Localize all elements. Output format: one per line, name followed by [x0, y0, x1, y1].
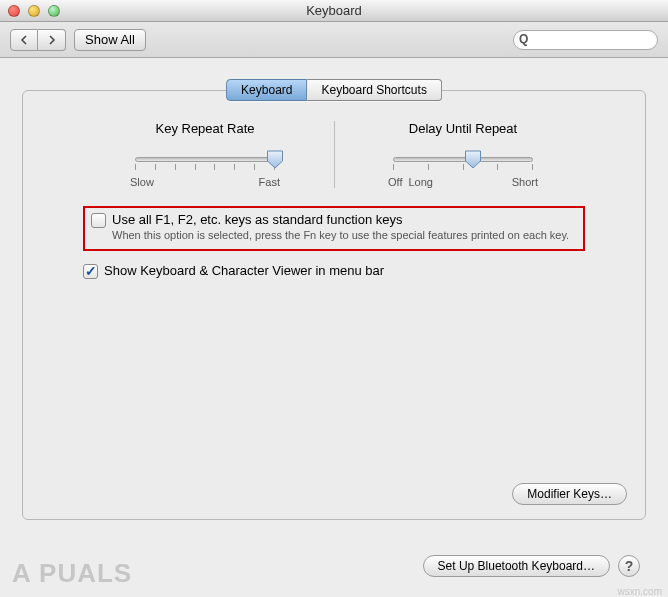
off-label: Off — [388, 176, 402, 188]
slider-thumb-icon[interactable] — [267, 150, 284, 169]
use-fn-keys-label: Use all F1, F2, etc. keys as standard fu… — [112, 212, 569, 227]
key-repeat-rate-slider[interactable] — [135, 148, 275, 172]
show-viewer-label: Show Keyboard & Character Viewer in menu… — [104, 263, 384, 278]
long-label: Long — [408, 176, 432, 188]
search-icon: Q — [519, 32, 528, 46]
help-button[interactable]: ? — [618, 555, 640, 577]
key-repeat-rate-label: Key Repeat Rate — [103, 121, 308, 136]
short-label: Short — [512, 176, 538, 188]
use-fn-keys-description: When this option is selected, press the … — [112, 229, 569, 241]
slider-thumb-icon[interactable] — [464, 150, 481, 169]
system-preferences-window: Keyboard Show All Q Keyboard Keyboard Sh… — [0, 0, 668, 597]
watermark-logo: A PUALS — [12, 558, 132, 589]
modifier-keys-button[interactable]: Modifier Keys… — [512, 483, 627, 505]
question-mark-icon: ? — [625, 558, 634, 574]
tab-bar: Keyboard Keyboard Shortcuts — [226, 79, 442, 101]
delay-until-repeat-block: Delay Until Repeat Off Long Short — [361, 121, 566, 188]
preferences-group: Keyboard Keyboard Shortcuts Key Repeat R… — [22, 90, 646, 520]
titlebar: Keyboard — [0, 0, 668, 22]
toolbar: Show All Q — [0, 22, 668, 58]
show-all-button[interactable]: Show All — [74, 29, 146, 51]
vertical-divider — [334, 121, 335, 188]
slow-label: Slow — [130, 176, 154, 188]
chevron-right-icon — [48, 35, 56, 45]
highlighted-option-box: Use all F1, F2, etc. keys as standard fu… — [83, 206, 585, 251]
back-button[interactable] — [10, 29, 38, 51]
show-viewer-checkbox[interactable] — [83, 264, 98, 279]
setup-bluetooth-keyboard-button[interactable]: Set Up Bluetooth Keyboard… — [423, 555, 610, 577]
search-input[interactable] — [513, 30, 658, 50]
use-fn-keys-checkbox[interactable] — [91, 213, 106, 228]
source-watermark: wsxn.com — [618, 586, 662, 597]
fast-label: Fast — [259, 176, 280, 188]
key-repeat-rate-block: Key Repeat Rate Slow Fast — [103, 121, 308, 188]
forward-button[interactable] — [38, 29, 66, 51]
window-title: Keyboard — [0, 3, 668, 18]
delay-until-repeat-slider[interactable] — [393, 148, 533, 172]
tab-keyboard[interactable]: Keyboard — [226, 79, 307, 101]
chevron-left-icon — [20, 35, 28, 45]
delay-until-repeat-label: Delay Until Repeat — [361, 121, 566, 136]
tab-shortcuts[interactable]: Keyboard Shortcuts — [307, 79, 441, 101]
